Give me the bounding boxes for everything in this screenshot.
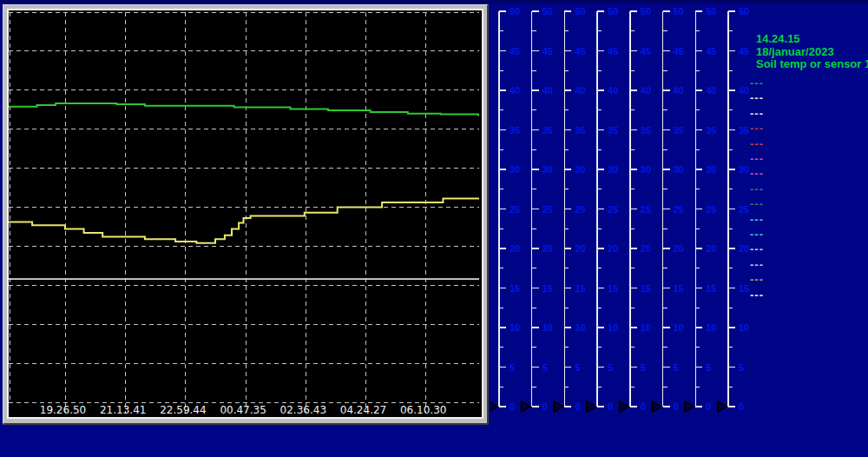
scale-label: 50: [542, 6, 553, 17]
scale-label: 45: [608, 46, 618, 56]
scale-label: 10: [510, 322, 520, 333]
scale-label: 50: [608, 6, 618, 17]
legend-item: ---: [750, 79, 764, 88]
scale-label: 45: [674, 46, 684, 56]
scale-label: 30: [510, 164, 520, 175]
scale-label: 30: [641, 164, 651, 175]
scale-label: 0: [674, 401, 679, 412]
scale-label: 0: [575, 401, 580, 412]
scale-label: 5: [608, 362, 613, 373]
scale-label: 25: [575, 204, 585, 215]
scale-label: 20: [510, 243, 520, 254]
x-axis-label: 04.24.27: [333, 404, 394, 416]
scale-label: 40: [510, 85, 520, 96]
scale-label: 50: [706, 6, 716, 17]
scale-label: 40: [575, 85, 585, 96]
legend-item: ---: [750, 215, 764, 224]
scale-pointer-icon[interactable]: [653, 401, 661, 412]
scale-label: 15: [706, 283, 716, 294]
x-axis-label: 06.10.30: [393, 404, 454, 416]
scale-label: 50: [739, 6, 749, 17]
scale-label: 35: [674, 125, 684, 136]
scale-label: 25: [608, 204, 618, 215]
x-axis-label: 02.36.43: [273, 404, 333, 416]
scale-label: 10: [542, 322, 553, 333]
scale-label: 20: [739, 243, 749, 254]
scale-pointer-icon[interactable]: [718, 401, 727, 412]
scale-label: 5: [542, 362, 548, 373]
scale-label: 5: [706, 362, 711, 373]
scale-label: 25: [542, 204, 553, 215]
scale-label: 40: [674, 85, 684, 96]
sensor-legend: ----------------------------------------…: [750, 0, 863, 457]
scale-pointer-icon[interactable]: [490, 401, 497, 412]
scale-label: 10: [674, 322, 684, 333]
scale-pointer-icon[interactable]: [587, 401, 595, 412]
scale-label: 30: [608, 164, 618, 175]
x-axis-label: 19.26.50: [33, 404, 94, 416]
scale-label: 15: [608, 283, 618, 294]
scale-label: 30: [739, 164, 749, 175]
legend-item: ---: [750, 230, 764, 239]
series-soil-temp-green-line: [9, 103, 479, 115]
scale-label: 15: [674, 283, 684, 294]
legend-item: ---: [750, 124, 764, 133]
legend-item: ---: [750, 140, 764, 149]
trend-plot: 19.26.5021.13.4122.59.4400.47.3502.36.43…: [7, 9, 483, 419]
x-axis-label: 00.47.35: [213, 404, 273, 416]
legend-item: ---: [750, 200, 764, 209]
legend-item: ---: [750, 155, 764, 163]
scale-label: 15: [641, 283, 651, 294]
scale-label: 50: [641, 6, 651, 17]
scale-label: 10: [641, 322, 651, 333]
scale-pointer-icon[interactable]: [685, 401, 694, 412]
legend-item: ---: [750, 109, 764, 118]
scale-label: 35: [706, 125, 716, 136]
scale-label: 35: [542, 125, 553, 136]
scale-label: 45: [575, 46, 585, 56]
scale-label: 20: [542, 243, 553, 254]
scale-label: 15: [542, 283, 553, 294]
legend-item: ---: [750, 245, 764, 254]
legend-item: ---: [750, 94, 764, 103]
scale-label: 30: [542, 164, 553, 175]
scale-label: 0: [706, 401, 711, 412]
scale-label: 10: [608, 322, 618, 333]
scale-label: 0: [608, 401, 613, 412]
vertical-scale: 50454035302520151050: [490, 6, 520, 412]
legend-item: ---: [750, 275, 764, 284]
scale-label: 40: [706, 85, 716, 96]
scale-label: 25: [674, 204, 684, 215]
scale-label: 0: [510, 401, 515, 412]
scale-label: 45: [641, 46, 651, 56]
vertical-scale: 50454035302520151050: [620, 6, 651, 412]
scale-label: 0: [641, 401, 646, 412]
vertical-scale: 50454035302520151050: [685, 6, 716, 412]
scale-label: 20: [575, 243, 585, 254]
scale-label: 15: [739, 283, 749, 294]
scale-label: 40: [739, 85, 749, 96]
scale-label: 5: [739, 362, 744, 373]
scale-label: 15: [575, 283, 585, 294]
scale-label: 10: [575, 322, 585, 333]
legend-item: ---: [750, 291, 764, 300]
scale-label: 35: [575, 125, 585, 136]
scale-label: 25: [510, 204, 520, 215]
scale-label: 10: [706, 322, 716, 333]
scale-label: 40: [542, 85, 553, 96]
scale-label: 20: [706, 243, 716, 254]
scale-label: 15: [510, 283, 520, 294]
legend-item: ---: [750, 261, 764, 269]
scale-pointer-icon[interactable]: [522, 401, 530, 412]
scale-pointer-icon[interactable]: [554, 401, 562, 412]
scale-label: 30: [706, 164, 716, 175]
scale-label: 35: [641, 125, 651, 136]
scale-label: 20: [641, 243, 651, 254]
scale-label: 10: [739, 322, 749, 333]
x-axis-label: 21.13.41: [93, 404, 154, 416]
scale-pointer-icon[interactable]: [620, 401, 628, 412]
scale-label: 5: [510, 362, 515, 373]
scale-label: 20: [608, 243, 618, 254]
scale-label: 30: [674, 164, 684, 175]
scale-label: 30: [575, 164, 585, 175]
